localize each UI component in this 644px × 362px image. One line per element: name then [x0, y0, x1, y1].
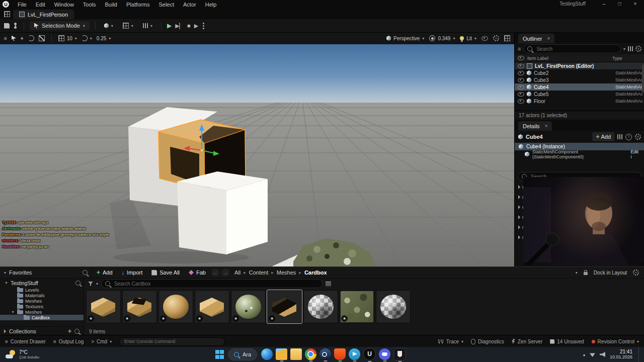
show-desktop-button[interactable]	[638, 347, 641, 362]
perspective-dropdown[interactable]: Perspective	[386, 36, 424, 41]
cmd-dropdown[interactable]: > Cmd	[91, 339, 112, 344]
outliner-search[interactable]	[523, 44, 621, 53]
tree-item-textures[interactable]: Textures	[0, 304, 84, 309]
outliner-search-input[interactable]	[535, 46, 617, 52]
unreal-logo-icon[interactable]: U	[3, 1, 9, 8]
layout-grid-icon[interactable]	[504, 35, 510, 41]
select-tool-icon[interactable]	[12, 36, 16, 41]
tree-item-meshes[interactable]: ▾Meshes	[0, 309, 84, 315]
visibility-icon[interactable]	[518, 71, 524, 75]
taskbar-app-folder[interactable]	[289, 348, 303, 361]
menu-item-edit[interactable]: Edit	[31, 1, 50, 8]
asset-cardbox-sphere[interactable]: ★	[158, 290, 193, 323]
search-icon[interactable]	[75, 281, 80, 286]
details-settings-icon[interactable]	[635, 134, 641, 140]
favorites-header[interactable]: Favorites	[0, 267, 92, 278]
collections-header[interactable]: Collections +	[0, 326, 84, 335]
selection-mode-dropdown[interactable]: Selection Mode	[30, 21, 90, 30]
breadcrumb-cardbox[interactable]: Cardbox	[304, 269, 327, 276]
volume-icon[interactable]	[600, 352, 605, 357]
taskbar-app-edge[interactable]	[260, 348, 274, 361]
close-icon[interactable]	[547, 36, 550, 41]
filter-icon[interactable]	[88, 282, 93, 286]
visibility-icon[interactable]	[518, 64, 524, 68]
asset-search-input[interactable]	[113, 281, 318, 287]
start-button[interactable]	[214, 349, 225, 360]
asset-checker-sphere-1[interactable]	[303, 290, 338, 323]
step-button[interactable]: ▶	[194, 23, 198, 29]
outliner-filter-icon[interactable]: ≡	[518, 46, 521, 52]
outliner-row-cube5[interactable]: Cube5StaticMeshAc	[515, 90, 644, 98]
menu-item-build[interactable]: Build	[101, 1, 122, 8]
outliner-row-lvl-firstperson-editor[interactable]: LvL_FirstPerson (Editor)	[515, 62, 644, 69]
viewport-settings-icon[interactable]	[493, 35, 499, 41]
visibility-icon[interactable]	[518, 78, 524, 82]
outliner-settings-icon[interactable]	[635, 46, 641, 52]
asset-checker-sphere-2[interactable]	[376, 290, 411, 323]
visibility-icon[interactable]	[518, 99, 524, 104]
wifi-icon[interactable]	[590, 352, 595, 357]
lock-icon[interactable]	[584, 272, 588, 275]
expand-icon[interactable]: ▾	[4, 281, 9, 285]
outliner-row-cube2[interactable]: Cube2StaticMeshAc	[515, 69, 644, 76]
close-icon[interactable]	[545, 123, 548, 129]
breadcrumb-content[interactable]: Content	[249, 269, 269, 276]
frame-skip-button[interactable]: ▶▏	[175, 23, 184, 29]
taskbar-app-explorer[interactable]	[274, 348, 289, 361]
zen-server-button[interactable]: Zen Server	[512, 339, 542, 344]
search-icon[interactable]	[74, 329, 79, 334]
taskbar-app-brave[interactable]	[333, 348, 347, 361]
import-button[interactable]: ↓ Import	[117, 267, 147, 278]
exposure-dropdown[interactable]: 0.349	[429, 35, 455, 41]
add-collection-icon[interactable]: +	[68, 328, 71, 335]
maximize-button[interactable]	[612, 0, 627, 9]
menu-item-actor[interactable]: Actor	[179, 1, 201, 8]
forward-button[interactable]: →	[221, 268, 229, 277]
asset-garbage-texture[interactable]: ★	[340, 290, 374, 323]
breadcrumb-all[interactable]: All	[234, 269, 240, 276]
menu-item-tools[interactable]: Tools	[78, 1, 101, 8]
diagnostics-button[interactable]: Diagnostics	[471, 339, 504, 344]
show-flags-icon[interactable]	[481, 36, 488, 41]
save-all-button[interactable]: Save All	[147, 267, 184, 278]
help-icon[interactable]	[625, 134, 632, 140]
tree-item-testingstuff[interactable]: ▾TestingStuff	[0, 279, 84, 287]
close-button[interactable]	[627, 0, 643, 9]
asset-cardbox-cube[interactable]: ★	[195, 290, 229, 323]
move-tool-icon[interactable]: +	[21, 36, 24, 41]
asset-cardbox-open[interactable]: ★	[122, 290, 157, 323]
rotation-snap-dropdown[interactable]	[82, 35, 92, 41]
cinematics-dropdown[interactable]	[140, 22, 155, 30]
grid-snap-dropdown[interactable]: 10	[58, 35, 77, 41]
back-button[interactable]: ←	[211, 268, 219, 277]
taskbar-app-steam[interactable]	[318, 348, 333, 361]
stop-button[interactable]: ■	[187, 23, 191, 29]
sort-icon[interactable]	[326, 282, 331, 286]
chevron-down-icon[interactable]	[623, 47, 625, 51]
tree-item-levels[interactable]: Levels	[0, 287, 84, 293]
play-options-icon[interactable]	[203, 25, 204, 27]
add-actor-dropdown[interactable]	[101, 22, 116, 30]
console-command-input[interactable]	[119, 337, 225, 346]
item-label-column[interactable]: Item Label	[527, 56, 609, 61]
taskbar-app-discord[interactable]	[377, 348, 392, 361]
taskbar-app-chrome[interactable]	[303, 348, 318, 361]
recent-assets-icon[interactable]	[4, 11, 10, 17]
weather-widget[interactable]: 7°C Çok bulutlu	[0, 349, 39, 359]
menu-item-window[interactable]: Window	[50, 1, 78, 8]
asset-cardbox-dark[interactable]: ★	[267, 290, 302, 323]
component-row[interactable]: StaticMeshComponent (StaticMeshComponent…	[515, 150, 644, 158]
details-tab[interactable]: Details	[518, 121, 552, 131]
fab-button[interactable]: Fab	[184, 267, 210, 278]
asset-garbage-sphere[interactable]: ★	[231, 290, 266, 323]
dock-in-layout-label[interactable]: Dock in Layout	[594, 270, 627, 276]
add-button[interactable]: + Add	[92, 267, 117, 278]
menu-item-file[interactable]: File	[13, 1, 31, 8]
taskbar-search[interactable]: Ara	[228, 348, 257, 360]
tree-item-materials[interactable]: Materials	[0, 293, 84, 298]
content-browser-settings-icon[interactable]	[633, 269, 639, 276]
blueprints-dropdown[interactable]	[120, 21, 136, 30]
trace-button[interactable]: Trace	[438, 339, 463, 344]
minimize-button[interactable]	[596, 0, 612, 9]
scale-snap-dropdown[interactable]: 0.25	[97, 36, 111, 41]
